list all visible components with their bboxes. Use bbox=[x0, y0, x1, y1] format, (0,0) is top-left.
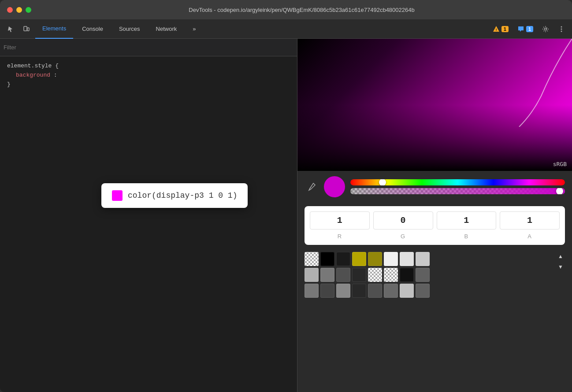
code-property: background bbox=[16, 72, 50, 78]
swatch-gray6[interactable] bbox=[305, 284, 319, 298]
color-preview-circle bbox=[324, 176, 345, 197]
svg-point-7 bbox=[310, 188, 311, 189]
svg-point-4 bbox=[561, 26, 562, 27]
rgba-labels-row: R G B A bbox=[310, 233, 560, 240]
swatch-light3[interactable] bbox=[416, 252, 430, 266]
g-label: G bbox=[401, 233, 405, 240]
warning-button[interactable]: ! 1 bbox=[489, 24, 512, 34]
chat-badge: 1 bbox=[526, 26, 533, 32]
tab-elements[interactable]: Elements bbox=[35, 19, 73, 39]
traffic-lights bbox=[7, 7, 31, 13]
cursor-icon[interactable] bbox=[4, 22, 18, 36]
swatch-gray2[interactable] bbox=[320, 268, 334, 282]
svg-point-5 bbox=[561, 28, 562, 30]
swatches-scroll: ▲ ▼ bbox=[556, 252, 565, 271]
rgba-inputs-panel: R G B A bbox=[305, 206, 565, 245]
r-label: R bbox=[338, 233, 342, 240]
swatch-gray11[interactable] bbox=[384, 284, 398, 298]
swatch-gray5[interactable] bbox=[416, 268, 430, 282]
code-selector: element.style { bbox=[7, 63, 59, 69]
eyedropper-button[interactable] bbox=[305, 180, 319, 194]
tab-sources[interactable]: Sources bbox=[112, 19, 147, 39]
swatch-gray1[interactable] bbox=[305, 268, 319, 282]
code-area: element.style { background : } bbox=[0, 56, 297, 94]
swatch-dark1[interactable] bbox=[336, 252, 350, 266]
tooltip-popup: color(display-p3 1 0 1) bbox=[101, 183, 248, 208]
window-title: DevTools - codepen.io/argyleink/pen/QWBg… bbox=[38, 7, 565, 13]
swatch-gray7[interactable] bbox=[320, 284, 334, 298]
opacity-slider-row bbox=[350, 188, 565, 194]
swatch-light2[interactable] bbox=[400, 252, 414, 266]
svg-text:!: ! bbox=[495, 28, 497, 32]
close-button[interactable] bbox=[7, 7, 13, 13]
opacity-slider-thumb[interactable] bbox=[556, 188, 563, 194]
swatch-gray9[interactable] bbox=[352, 284, 366, 298]
code-close-brace: } bbox=[7, 81, 11, 88]
code-selector-line: element.style { bbox=[7, 62, 290, 71]
b-label: B bbox=[464, 233, 469, 240]
hue-slider-row bbox=[350, 179, 565, 185]
sliders-area bbox=[350, 179, 565, 194]
tab-network[interactable]: Network bbox=[149, 19, 184, 39]
code-colon: : bbox=[54, 72, 57, 78]
swatch-gray3[interactable] bbox=[336, 268, 350, 282]
titlebar: DevTools - codepen.io/argyleink/pen/QWBg… bbox=[0, 0, 572, 19]
swatch-light1[interactable] bbox=[384, 252, 398, 266]
tab-more[interactable]: » bbox=[186, 19, 203, 39]
svg-rect-1 bbox=[27, 28, 29, 31]
swatch-gray8[interactable] bbox=[336, 284, 350, 298]
svg-rect-0 bbox=[24, 26, 27, 31]
chat-button[interactable]: 1 bbox=[514, 24, 537, 34]
swatch-gray10[interactable] bbox=[368, 284, 382, 298]
scroll-down-arrow[interactable]: ▼ bbox=[556, 263, 565, 271]
g-field bbox=[373, 211, 433, 229]
b-field bbox=[437, 211, 497, 229]
white-curve-svg bbox=[484, 39, 572, 127]
swatches-grid bbox=[305, 252, 553, 298]
a-input[interactable] bbox=[500, 211, 560, 229]
color-canvas[interactable]: sRGB bbox=[297, 39, 572, 171]
swatch-gold2[interactable] bbox=[368, 252, 382, 266]
right-panel: sRGB bbox=[297, 39, 572, 392]
a-field bbox=[500, 211, 560, 229]
srgb-label: sRGB bbox=[553, 161, 567, 167]
svg-point-6 bbox=[561, 30, 562, 32]
swatch-checker3[interactable] bbox=[384, 268, 398, 282]
swatch-darkest[interactable] bbox=[400, 268, 414, 282]
code-property-line: background : bbox=[7, 71, 290, 80]
swatch-gold1[interactable] bbox=[352, 252, 366, 266]
swatch-gray12[interactable] bbox=[400, 284, 414, 298]
a-label: A bbox=[527, 233, 532, 240]
r-input[interactable] bbox=[310, 211, 370, 229]
swatch-black[interactable] bbox=[320, 252, 334, 266]
hue-slider-thumb[interactable] bbox=[379, 179, 386, 185]
devtools-window: DevTools - codepen.io/argyleink/pen/QWBg… bbox=[0, 0, 572, 392]
more-options-icon[interactable] bbox=[554, 22, 568, 36]
settings-icon[interactable] bbox=[539, 22, 553, 36]
swatch-checker2[interactable] bbox=[368, 268, 382, 282]
b-label-container: B bbox=[437, 233, 497, 240]
minimize-button[interactable] bbox=[16, 7, 22, 13]
right-icons: ! 1 1 bbox=[489, 22, 568, 36]
filter-input[interactable] bbox=[4, 44, 293, 51]
maximize-button[interactable] bbox=[26, 7, 31, 13]
g-label-container: G bbox=[373, 233, 433, 240]
tab-console[interactable]: Console bbox=[75, 19, 110, 39]
color-picker-controls bbox=[297, 171, 572, 203]
warning-badge: 1 bbox=[501, 26, 509, 32]
devtools-body: element.style { background : } color(dis… bbox=[0, 39, 572, 392]
swatch-transparent[interactable] bbox=[305, 252, 319, 266]
swatches-area: ▲ ▼ bbox=[297, 248, 572, 301]
code-close-brace-line: } bbox=[7, 80, 290, 89]
svg-point-3 bbox=[545, 28, 547, 30]
device-icon[interactable] bbox=[19, 22, 33, 36]
opacity-slider[interactable] bbox=[350, 188, 565, 194]
g-input[interactable] bbox=[373, 211, 433, 229]
hue-slider[interactable] bbox=[350, 179, 565, 185]
b-input[interactable] bbox=[437, 211, 497, 229]
tooltip-text: color(display-p3 1 0 1) bbox=[128, 191, 237, 200]
swatch-gray13[interactable] bbox=[416, 284, 430, 298]
swatch-gray4[interactable] bbox=[352, 268, 366, 282]
scroll-up-arrow[interactable]: ▲ bbox=[556, 252, 565, 261]
tooltip-color-swatch[interactable] bbox=[112, 190, 123, 201]
